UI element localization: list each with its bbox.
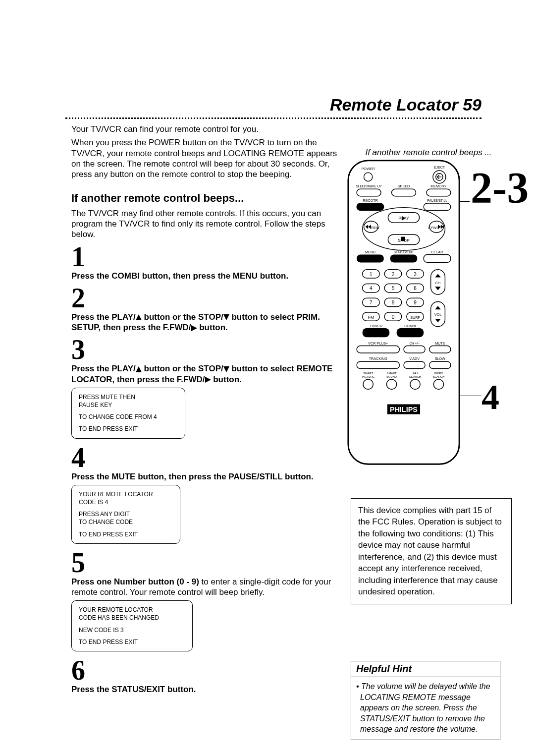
label-menu: MENU xyxy=(365,250,375,254)
osd3-l1: YOUR REMOTE LOCATOR xyxy=(79,606,185,614)
svg-rect-37 xyxy=(429,361,451,368)
label-statusexit: STATUS/EXIT xyxy=(394,250,414,254)
svg-point-38 xyxy=(363,379,373,389)
step-number-6: 6 xyxy=(71,656,346,684)
digit-surf: SURF xyxy=(410,316,420,320)
label-sound: SOUND xyxy=(386,375,397,378)
svg-rect-5 xyxy=(392,189,416,196)
svg-rect-30 xyxy=(363,328,390,338)
down-triangle-icon xyxy=(223,366,229,372)
step-number-5: 5 xyxy=(71,549,346,577)
label-ch: CH xyxy=(435,281,440,285)
step-4-text: Press the MUTE button, then press the PA… xyxy=(71,472,314,481)
up-triangle-icon xyxy=(136,366,142,372)
osd-message-1: PRESS MUTE THEN PAUSE KEY TO CHANGE CODE… xyxy=(71,388,185,439)
svg-rect-8 xyxy=(424,203,451,210)
svg-rect-31 xyxy=(397,328,424,338)
svg-rect-33 xyxy=(404,346,425,353)
step-number-3: 3 xyxy=(71,336,346,363)
digit-fm: FM xyxy=(368,315,374,320)
section-body: The TV/VCR may find other remote control… xyxy=(71,208,346,240)
svg-rect-36 xyxy=(404,361,425,368)
label-search2: SEARCH xyxy=(432,375,444,378)
step-2d: button. xyxy=(197,323,228,332)
label-record: RECOTR xyxy=(363,199,377,203)
right-triangle-icon xyxy=(191,325,197,331)
svg-rect-13 xyxy=(357,255,384,263)
step-6-text: Press the STATUS/EXIT button. xyxy=(71,685,196,694)
remote-caption: If another remote control beeps ... xyxy=(352,148,505,158)
step-2a: Press the PLAY/ xyxy=(71,312,136,322)
label-chplus: CH +/– xyxy=(409,342,420,345)
svg-rect-7 xyxy=(357,203,384,210)
label-combi: COMBI xyxy=(404,324,416,328)
label-picture: PICTURE xyxy=(362,375,374,378)
osd3-l2: CODE HAS BEEN CHANGED xyxy=(79,614,185,622)
step-1-text: Press the COMBI button, then press the M… xyxy=(71,271,288,281)
digit-4: 4 xyxy=(370,286,373,291)
osd2-l4: TO CHANGE CODE xyxy=(79,518,173,526)
label-tvvcr: TV/VCR xyxy=(370,324,382,328)
svg-point-40 xyxy=(410,379,420,389)
label-eject: EJECT xyxy=(434,166,445,170)
intro-line-1: Your TV/VCR can find your remote control… xyxy=(71,124,346,134)
fcc-compliance-box: This device complies with part 15 of the… xyxy=(351,498,512,604)
label-vadv: V.ADV xyxy=(409,357,420,361)
svg-rect-32 xyxy=(357,346,399,353)
osd3-l4: TO END PRESS EXIT xyxy=(79,638,185,646)
digit-8: 8 xyxy=(392,300,395,305)
svg-rect-4 xyxy=(357,189,381,196)
label-clear: CLEAR xyxy=(431,250,443,254)
svg-rect-12 xyxy=(401,237,405,241)
label-24h: 24H xyxy=(413,372,418,375)
label-vol: VOL xyxy=(434,313,441,317)
label-vcrplus: VCR PLUS+ xyxy=(368,342,388,346)
label-tracking: TRACKING xyxy=(369,357,387,361)
step-number-1: 1 xyxy=(71,243,346,271)
label-sleepwake: SLEEP/WAKE UP xyxy=(356,184,382,188)
osd2-l3: PRESS ANY DIGIT xyxy=(79,510,173,518)
digit-3: 3 xyxy=(414,272,417,277)
hint-title: Helpful Hint xyxy=(351,661,500,677)
label-power: POWER xyxy=(362,167,375,171)
header-divider xyxy=(65,117,482,119)
remote-svg: POWER EJECT SLEEP/WAKE UP SPEED MEMORY R… xyxy=(347,159,461,466)
osd2-l1: YOUR REMOTE LOCATOR xyxy=(79,490,173,498)
digit-0: 0 xyxy=(392,314,395,320)
label-smart1: SMART xyxy=(363,372,374,375)
svg-rect-15 xyxy=(424,255,451,263)
hint-body: • The volume will be delayed while the L… xyxy=(351,677,500,740)
section-heading: If another remote control beeps... xyxy=(71,191,346,205)
brand-philips: PHILIPS xyxy=(390,406,418,413)
digit-9: 9 xyxy=(414,300,417,305)
osd1-l2: PAUSE KEY xyxy=(79,401,178,409)
page-title: Remote Locator 59 xyxy=(330,95,482,115)
label-memory: MEMORY xyxy=(430,184,446,188)
label-speed: SPEED xyxy=(398,184,410,188)
osd2-l2: CODE IS 4 xyxy=(79,498,173,506)
digit-5: 5 xyxy=(392,286,395,291)
osd-message-3: YOUR REMOTE LOCATOR CODE HAS BEEN CHANGE… xyxy=(71,600,193,651)
label-smart2: SMART xyxy=(387,372,397,375)
intro-paragraph: When you press the POWER button on the T… xyxy=(71,137,346,179)
svg-rect-6 xyxy=(427,189,451,196)
main-text-column: Your TV/VCR can find your remote control… xyxy=(71,124,346,698)
step-3a: Press the PLAY/ xyxy=(71,364,136,373)
up-triangle-icon xyxy=(136,314,142,320)
step-2b: button or the STOP/ xyxy=(142,312,223,322)
label-mute: MUTE xyxy=(435,342,445,346)
label-ffwd: F.FWD xyxy=(428,226,439,230)
digit-7: 7 xyxy=(370,300,373,305)
step-number-2: 2 xyxy=(71,284,346,312)
svg-point-41 xyxy=(433,379,443,389)
osd3-l3: NEW CODE IS 3 xyxy=(79,626,185,634)
step-5-bold: Press one Number button (0 - 9) xyxy=(71,577,199,586)
label-slow: SLOW xyxy=(435,357,445,361)
right-triangle-icon xyxy=(205,377,211,383)
svg-point-39 xyxy=(387,379,397,389)
step-3b: button or the STOP/ xyxy=(142,364,223,373)
remote-control-diagram: POWER EJECT SLEEP/WAKE UP SPEED MEMORY R… xyxy=(347,159,515,468)
label-search: SEARCH xyxy=(409,375,421,378)
osd1-l4: TO END PRESS EXIT xyxy=(79,425,178,433)
label-index: INDEX xyxy=(434,372,443,375)
